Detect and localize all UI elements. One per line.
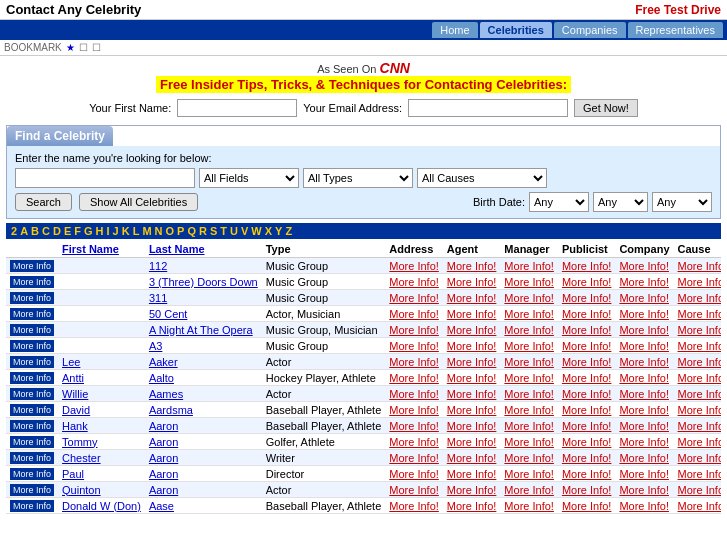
alpha-link-F[interactable]: F — [73, 225, 82, 237]
more-info-button[interactable]: More Info — [10, 484, 54, 496]
nav-tab-celebrities[interactable]: Celebrities — [480, 22, 552, 38]
more-info-cell[interactable]: More Info — [6, 354, 58, 370]
alpha-link-G[interactable]: G — [83, 225, 94, 237]
last-name-link[interactable]: Aames — [149, 388, 183, 400]
alpha-link-B[interactable]: B — [30, 225, 40, 237]
nav-tab-home[interactable]: Home — [432, 22, 477, 38]
last-name-link[interactable]: 112 — [149, 260, 167, 272]
more-info-button[interactable]: More Info — [10, 404, 54, 416]
more-info-cell[interactable]: More Info — [6, 258, 58, 274]
more-info-cell[interactable]: More Info — [6, 402, 58, 418]
more-info-cell[interactable]: More Info — [6, 498, 58, 514]
more-info-button[interactable]: More Info — [10, 276, 54, 288]
first-name-link[interactable]: Paul — [62, 468, 84, 480]
last-name-link[interactable]: 311 — [149, 292, 167, 304]
first-name-link[interactable]: Donald W (Don) — [62, 500, 141, 512]
more-info-button[interactable]: More Info — [10, 500, 54, 512]
more-info-cell[interactable]: More Info — [6, 306, 58, 322]
alpha-link-U[interactable]: U — [229, 225, 239, 237]
more-info-button[interactable]: More Info — [10, 388, 54, 400]
nav-tab-companies[interactable]: Companies — [554, 22, 626, 38]
more-info-button[interactable]: More Info — [10, 308, 54, 320]
last-name-link[interactable]: A Night At The Opera — [149, 324, 253, 336]
get-now-button[interactable]: Get Now! — [574, 99, 638, 117]
more-info-button[interactable]: More Info — [10, 436, 54, 448]
alpha-link-R[interactable]: R — [198, 225, 208, 237]
more-info-cell[interactable]: More Info — [6, 386, 58, 402]
alpha-link-N[interactable]: N — [154, 225, 164, 237]
more-info-button[interactable]: More Info — [10, 324, 54, 336]
more-info-cell[interactable]: More Info — [6, 482, 58, 498]
first-name-link[interactable]: Chester — [62, 452, 101, 464]
more-info-button[interactable]: More Info — [10, 468, 54, 480]
first-name-link[interactable]: Willie — [62, 388, 88, 400]
search-name-input[interactable] — [15, 168, 195, 188]
causes-select[interactable]: All Causes Cancer Education Environment — [417, 168, 547, 188]
alpha-link-E[interactable]: E — [63, 225, 72, 237]
last-name-link[interactable]: Aardsma — [149, 404, 193, 416]
more-info-button[interactable]: More Info — [10, 340, 54, 352]
last-name-link[interactable]: Aaron — [149, 436, 178, 448]
more-info-button[interactable]: More Info — [10, 260, 54, 272]
more-info-cell[interactable]: More Info — [6, 322, 58, 338]
alpha-link-C[interactable]: C — [41, 225, 51, 237]
more-info-cell[interactable]: More Info — [6, 450, 58, 466]
last-name-link[interactable]: 3 (Three) Doors Down — [149, 276, 258, 288]
more-info-button[interactable]: More Info — [10, 372, 54, 384]
more-info-button[interactable]: More Info — [10, 420, 54, 432]
more-info-cell[interactable]: More Info — [6, 434, 58, 450]
more-info-cell[interactable]: More Info — [6, 274, 58, 290]
birth-year-select[interactable]: Any — [652, 192, 712, 212]
alpha-link-K[interactable]: K — [121, 225, 131, 237]
last-name-link[interactable]: A3 — [149, 340, 162, 352]
first-name-link[interactable]: Lee — [62, 356, 80, 368]
last-name-link[interactable]: Aaron — [149, 468, 178, 480]
alpha-link-A[interactable]: A — [19, 225, 29, 237]
alpha-link-H[interactable]: H — [95, 225, 105, 237]
fields-select[interactable]: All Fields First Name Last Name — [199, 168, 299, 188]
first-name-link[interactable]: David — [62, 404, 90, 416]
first-name-link[interactable]: Tommy — [62, 436, 97, 448]
alpha-link-T[interactable]: T — [219, 225, 228, 237]
more-info-cell[interactable]: More Info — [6, 418, 58, 434]
last-name-link[interactable]: Aaron — [149, 484, 178, 496]
alpha-link-Q[interactable]: Q — [186, 225, 197, 237]
nav-tab-representatives[interactable]: Representatives — [628, 22, 724, 38]
free-test-drive-link[interactable]: Free Test Drive — [635, 3, 721, 17]
alpha-link-2[interactable]: 2 — [10, 225, 18, 237]
bookmark-icon[interactable]: ★ — [66, 42, 75, 53]
alpha-link-P[interactable]: P — [176, 225, 185, 237]
alpha-link-I[interactable]: I — [106, 225, 111, 237]
first-name-link[interactable]: Hank — [62, 420, 88, 432]
alpha-link-W[interactable]: W — [250, 225, 262, 237]
birth-month-select[interactable]: Any — [529, 192, 589, 212]
types-select[interactable]: All Types Actor Musician Athlete — [303, 168, 413, 188]
search-button[interactable]: Search — [15, 193, 72, 211]
last-name-link[interactable]: Aaron — [149, 420, 178, 432]
last-name-link[interactable]: 50 Cent — [149, 308, 188, 320]
more-info-cell[interactable]: More Info — [6, 290, 58, 306]
alpha-link-M[interactable]: M — [141, 225, 152, 237]
alpha-link-D[interactable]: D — [52, 225, 62, 237]
alpha-link-S[interactable]: S — [209, 225, 218, 237]
last-name-link[interactable]: Aase — [149, 500, 174, 512]
first-name-input[interactable] — [177, 99, 297, 117]
more-info-button[interactable]: More Info — [10, 452, 54, 464]
last-name-link[interactable]: Aaron — [149, 452, 178, 464]
birth-day-select[interactable]: Any — [593, 192, 648, 212]
more-info-button[interactable]: More Info — [10, 356, 54, 368]
last-name-link[interactable]: Aaker — [149, 356, 178, 368]
alpha-link-V[interactable]: V — [240, 225, 249, 237]
last-name-link[interactable]: Aalto — [149, 372, 174, 384]
alpha-link-Z[interactable]: Z — [284, 225, 293, 237]
bookmark-label[interactable]: BOOKMARK — [4, 42, 62, 53]
more-info-cell[interactable]: More Info — [6, 466, 58, 482]
first-name-link[interactable]: Antti — [62, 372, 84, 384]
more-info-button[interactable]: More Info — [10, 292, 54, 304]
more-info-cell[interactable]: More Info — [6, 370, 58, 386]
more-info-cell[interactable]: More Info — [6, 338, 58, 354]
alpha-link-O[interactable]: O — [165, 225, 176, 237]
alpha-link-J[interactable]: J — [112, 225, 120, 237]
show-all-button[interactable]: Show All Celebrities — [79, 193, 198, 211]
alpha-link-L[interactable]: L — [132, 225, 141, 237]
